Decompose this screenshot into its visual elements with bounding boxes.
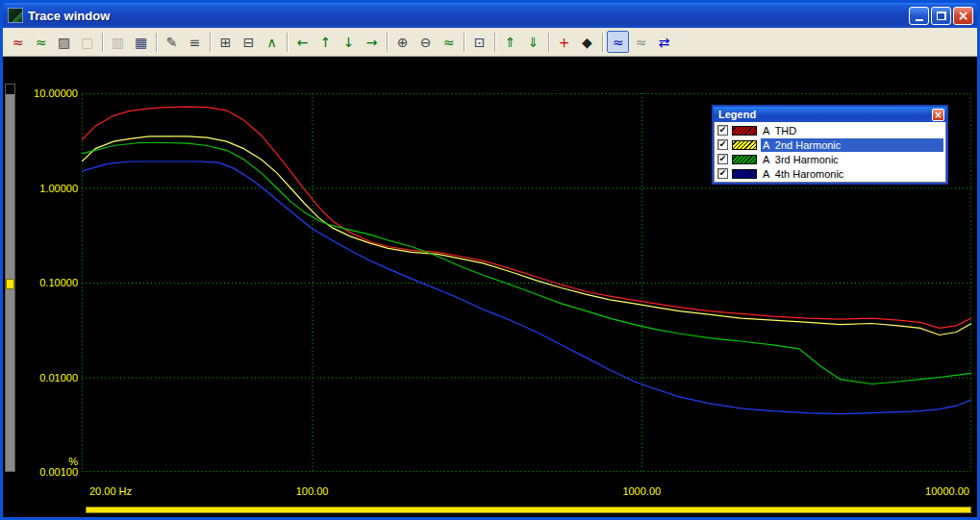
- peaks-icon: ∧: [266, 35, 276, 50]
- swap-traces-button[interactable]: ⇄: [653, 31, 675, 53]
- autoscale-button[interactable]: ≈: [438, 31, 460, 53]
- data-grid-button[interactable]: ▦: [130, 31, 152, 53]
- legend-title-bar[interactable]: Legend ×: [714, 107, 946, 122]
- zoom-out-button[interactable]: ⊖: [415, 31, 437, 53]
- legend-item-label[interactable]: A 2nd Harmonic: [761, 138, 943, 152]
- add-marker-icon: +: [559, 35, 570, 50]
- x-axis-label: 100.00: [296, 485, 329, 497]
- y-axis-label: 1.00000: [7, 183, 78, 194]
- bw-display-button[interactable]: ◆: [576, 31, 598, 53]
- value-list-button[interactable]: ≡: [184, 31, 206, 53]
- zoom-x-in-button[interactable]: ⊞: [214, 31, 237, 53]
- pan-right-button[interactable]: →: [361, 31, 383, 53]
- trace-window: Trace window × ≈≈▨▢▥▦✎≡⊞⊟∧←↑↓→⊕⊖≈⊡⇑⇓+◆≈≈…: [0, 0, 980, 520]
- legend-checkbox[interactable]: ✔: [717, 139, 728, 150]
- y-axis-label: 0.01000: [7, 372, 78, 384]
- pan-left-button[interactable]: ←: [291, 31, 314, 53]
- legend-color-swatch: [732, 126, 757, 136]
- picture-button[interactable]: ▥: [107, 31, 129, 53]
- peaks-button[interactable]: ∧: [261, 31, 283, 53]
- save-trace-button[interactable]: ▨: [53, 31, 75, 53]
- trace-down-icon: ↓: [343, 35, 355, 50]
- minimize-button[interactable]: [909, 7, 929, 25]
- legend-item[interactable]: ✔A 3rd Harmonic: [715, 152, 945, 166]
- trace-up-icon: ↑: [320, 35, 332, 50]
- close-button[interactable]: ×: [953, 7, 973, 25]
- legend-color-swatch: [732, 169, 757, 179]
- trace-down-button[interactable]: ↓: [338, 31, 360, 53]
- cursor-up-button[interactable]: ⇑: [499, 31, 521, 53]
- copy-button[interactable]: ▢: [76, 31, 98, 53]
- trace-up-button[interactable]: ↑: [314, 31, 337, 53]
- zoom-x-out-icon: ⊟: [243, 35, 255, 50]
- zoom-in-icon: ⊕: [397, 35, 409, 50]
- toolbar-separator: [156, 33, 157, 52]
- legend-close-button[interactable]: ×: [932, 109, 944, 121]
- window-title: Trace window: [28, 9, 909, 23]
- add-marker-button[interactable]: +: [553, 31, 575, 53]
- zoom-select-icon: ⊡: [474, 35, 486, 50]
- active-trace-icon: ≈: [613, 35, 624, 50]
- legend-item-label[interactable]: A 4th Haromonic: [761, 167, 943, 181]
- legend-item[interactable]: ✔A THD: [715, 123, 945, 137]
- save-trace-icon: ▨: [58, 35, 70, 50]
- legend-checkbox[interactable]: ✔: [717, 125, 728, 136]
- pan-right-icon: →: [366, 35, 378, 50]
- trace-a-4th-harmonic: [82, 161, 971, 414]
- zoom-x-out-button[interactable]: ⊟: [238, 31, 260, 53]
- legend-item-label[interactable]: A THD: [761, 124, 943, 137]
- close-icon: ×: [958, 9, 969, 22]
- smooth-trace-button[interactable]: ≈: [30, 31, 52, 53]
- edit-table-button[interactable]: ✎: [161, 31, 183, 53]
- legend-checkbox[interactable]: ✔: [717, 168, 728, 179]
- horizontal-scrollbar[interactable]: [86, 507, 971, 513]
- legend-item[interactable]: ✔A 4th Haromonic: [715, 166, 945, 181]
- restore-icon: [937, 12, 946, 20]
- toolbar-separator: [602, 33, 603, 52]
- legend-color-swatch: [732, 155, 757, 164]
- x-axis-label: 10000.00: [925, 485, 969, 497]
- new-trace-button[interactable]: ≈: [7, 31, 29, 53]
- zoom-in-button[interactable]: ⊕: [391, 31, 414, 53]
- zoom-x-in-icon: ⊞: [220, 35, 232, 50]
- copy-icon: ▢: [81, 35, 93, 50]
- y-axis-label: 0.00100: [7, 466, 78, 478]
- data-grid-icon: ▦: [135, 35, 147, 50]
- overlay-trace-button[interactable]: ≈: [630, 31, 652, 53]
- toolbar-separator: [387, 33, 388, 52]
- zoom-select-button[interactable]: ⊡: [468, 31, 490, 53]
- toolbar-separator: [464, 33, 465, 52]
- toolbar: ≈≈▨▢▥▦✎≡⊞⊟∧←↑↓→⊕⊖≈⊡⇑⇓+◆≈≈⇄: [3, 28, 977, 57]
- legend-window[interactable]: Legend × ✔A THD✔A 2nd Harmonic✔A 3rd Har…: [712, 105, 948, 185]
- title-bar[interactable]: Trace window ×: [3, 3, 977, 28]
- minimize-icon: [916, 19, 923, 21]
- y-axis-label: 0.10000: [7, 277, 78, 288]
- smooth-trace-icon: ≈: [36, 35, 47, 50]
- legend-item-label[interactable]: A 3rd Harmonic: [761, 153, 943, 166]
- bw-display-icon: ◆: [582, 35, 592, 50]
- x-axis-label: 1000.00: [622, 485, 661, 497]
- toolbar-separator: [287, 33, 288, 52]
- autoscale-icon: ≈: [443, 35, 455, 50]
- restore-button[interactable]: [931, 7, 951, 25]
- y-axis-label: 10.00000: [7, 87, 78, 99]
- cursor-down-button[interactable]: ⇓: [522, 31, 544, 53]
- toolbar-separator: [102, 33, 103, 52]
- window-icon: [8, 8, 23, 23]
- legend-checkbox[interactable]: ✔: [717, 154, 728, 164]
- value-list-icon: ≡: [189, 35, 201, 50]
- toolbar-separator: [494, 33, 495, 52]
- legend-item[interactable]: ✔A 2nd Harmonic: [715, 137, 945, 152]
- toolbar-separator: [210, 33, 211, 52]
- new-trace-icon: ≈: [13, 35, 24, 50]
- picture-icon: ▥: [112, 35, 124, 50]
- legend-title: Legend: [718, 109, 932, 120]
- edit-table-icon: ✎: [166, 35, 178, 50]
- active-trace-button[interactable]: ≈: [607, 31, 629, 53]
- cursor-up-icon: ⇑: [505, 35, 516, 50]
- zoom-out-icon: ⊖: [420, 35, 432, 50]
- legend-body: ✔A THD✔A 2nd Harmonic✔A 3rd Harmonic✔A 4…: [714, 122, 946, 183]
- overlay-trace-icon: ≈: [636, 35, 647, 50]
- cursor-down-icon: ⇓: [528, 35, 540, 50]
- swap-traces-icon: ⇄: [659, 35, 670, 50]
